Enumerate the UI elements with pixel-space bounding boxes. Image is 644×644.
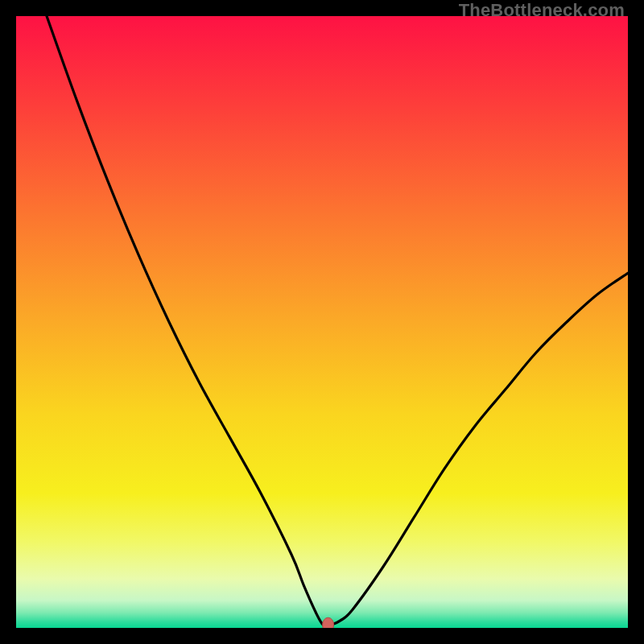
optimum-marker <box>323 617 334 628</box>
plot-svg <box>16 16 628 628</box>
gradient-background <box>16 16 628 628</box>
plot-area <box>16 16 628 628</box>
chart-frame: TheBottleneck.com <box>0 0 644 644</box>
